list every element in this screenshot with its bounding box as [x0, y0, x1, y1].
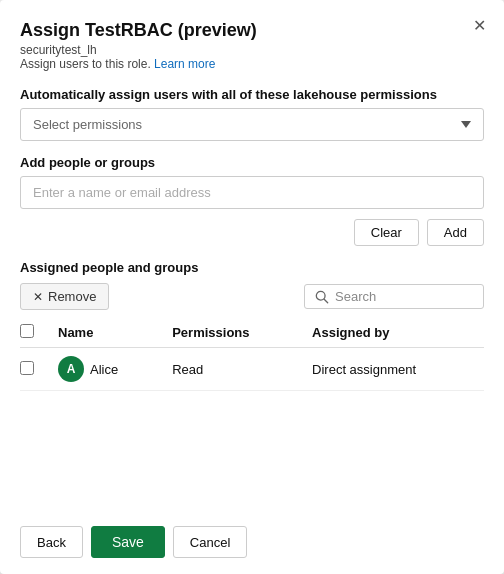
col-assigned-by: Assigned by — [304, 318, 484, 348]
cancel-button[interactable]: Cancel — [173, 526, 247, 558]
header-checkbox-cell — [20, 318, 50, 348]
add-people-input[interactable] — [20, 176, 484, 209]
assigned-section-label: Assigned people and groups — [20, 260, 484, 275]
col-permissions: Permissions — [164, 318, 304, 348]
assigned-table: Name Permissions Assigned by A Alice Rea… — [20, 318, 484, 391]
dialog-footer: Back Save Cancel — [20, 510, 484, 558]
avatar: A — [58, 356, 84, 382]
clear-button[interactable]: Clear — [354, 219, 419, 246]
dialog-title: Assign TestRBAC (preview) — [20, 20, 484, 41]
row-name-text: Alice — [90, 362, 118, 377]
add-people-label: Add people or groups — [20, 155, 484, 170]
description-text: Assign users to this role. — [20, 57, 151, 71]
table-header-row: Name Permissions Assigned by — [20, 318, 484, 348]
save-button[interactable]: Save — [91, 526, 165, 558]
add-button[interactable]: Add — [427, 219, 484, 246]
assign-role-dialog: ✕ Assign TestRBAC (preview) securitytest… — [0, 0, 504, 574]
row-checkbox-cell — [20, 348, 50, 391]
row-assigned-by: Direct assignment — [304, 348, 484, 391]
select-all-checkbox[interactable] — [20, 324, 34, 338]
subtitle-text: securitytest_lh — [20, 43, 97, 57]
back-button[interactable]: Back — [20, 526, 83, 558]
assigned-toolbar: ✕ Remove — [20, 283, 484, 310]
search-icon — [315, 290, 329, 304]
table-row: A Alice Read Direct assignment — [20, 348, 484, 391]
dialog-subtitle: securitytest_lh Assign users to this rol… — [20, 43, 484, 71]
search-input[interactable] — [335, 289, 473, 304]
row-permissions: Read — [164, 348, 304, 391]
col-name: Name — [50, 318, 164, 348]
close-button[interactable]: ✕ — [469, 14, 490, 38]
permissions-section-label: Automatically assign users with all of t… — [20, 87, 484, 102]
svg-line-1 — [324, 299, 328, 303]
search-box — [304, 284, 484, 309]
row-checkbox[interactable] — [20, 361, 34, 375]
row-name: A Alice — [50, 348, 164, 391]
permissions-select[interactable]: Select permissions — [20, 108, 484, 141]
remove-button[interactable]: ✕ Remove — [20, 283, 109, 310]
learn-more-link[interactable]: Learn more — [154, 57, 215, 71]
x-icon: ✕ — [33, 290, 43, 304]
remove-label: Remove — [48, 289, 96, 304]
action-buttons: Clear Add — [20, 219, 484, 246]
